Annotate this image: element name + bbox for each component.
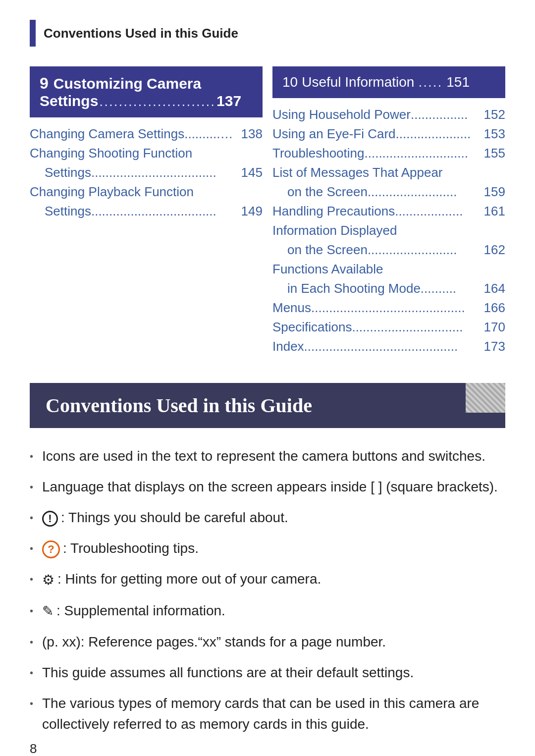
toc-entry-ch10-3-label: Troubleshooting <box>272 146 365 161</box>
toc-dots-ch10-3: ............................. <box>365 146 482 161</box>
bullet-icon-2: • <box>30 480 33 494</box>
toc-entry-ch10-2[interactable]: Using an Eye-Fi Card ...................… <box>272 126 505 142</box>
toc-entry-ch9-3-sub-label: Settings <box>45 204 91 219</box>
breadcrumb-text: Conventions Used in this Guide <box>44 26 238 41</box>
toc-entry-ch10-10[interactable]: Index ..................................… <box>272 339 505 354</box>
toc-dots-ch9-1: ..........… <box>184 126 239 142</box>
toc-entry-ch9-2-sub-label: Settings <box>45 165 91 180</box>
list-item: • ?: Troubleshooting tips. <box>30 538 505 559</box>
toc-entry-ch9-3-sub[interactable]: Settings ...............................… <box>30 204 263 219</box>
chapter10-page: 151 <box>446 74 470 90</box>
toc-entry-ch10-4[interactable]: List of Messages That Appear <box>272 165 505 180</box>
toc-page-ch10-9: 170 <box>482 320 505 335</box>
toc-entry-ch10-7-sub[interactable]: in Each Shooting Mode .......... 164 <box>272 281 505 296</box>
toc-entry-ch10-6-label: Information Displayed <box>272 223 397 238</box>
conventions-bullet-list: • Icons are used in the text to represen… <box>30 446 505 735</box>
toc-page-ch9-3: 149 <box>239 204 263 219</box>
toc-entry-ch10-8-label: Menus <box>272 300 311 316</box>
header-bar-decoration <box>30 20 36 47</box>
toc-entry-ch10-9-label: Specifications <box>272 320 352 335</box>
toc-group-ch10-6: Information Displayed on the Screen ....… <box>272 223 505 258</box>
caution-icon: ! <box>42 511 58 527</box>
bullet-text-3: !: Things you should be careful about. <box>42 507 505 528</box>
toc-page-ch10-10: 173 <box>482 339 505 354</box>
toc-page-ch10-7: 164 <box>482 281 505 296</box>
list-item: • ⚙: Hints for getting more out of your … <box>30 569 505 591</box>
conventions-decoration-inner <box>466 383 505 413</box>
bullet-text-4: ?: Troubleshooting tips. <box>42 538 505 559</box>
chapter9-title2: Settings <box>40 93 98 109</box>
bullet-icon-9: • <box>30 696 33 711</box>
conventions-title: Conventions Used in this Guide <box>46 394 312 417</box>
list-item: • !: Things you should be careful about. <box>30 507 505 528</box>
page-container: Conventions Used in this Guide 9 Customi… <box>0 0 535 756</box>
toc-entry-ch9-2[interactable]: Changing Shooting Function <box>30 146 263 161</box>
bullet-text-6: ✎: Supplemental information. <box>42 600 505 622</box>
bullet-icon-7: • <box>30 635 33 649</box>
chapter10-header: 10 Useful Information ..... 151 <box>272 66 505 98</box>
list-item: • ✎: Supplemental information. <box>30 600 505 622</box>
toc-page-ch10-5: 161 <box>482 204 505 219</box>
toc-group-ch9-3: Changing Playback Function Settings ....… <box>30 184 263 219</box>
toc-dots-ch9-2: ................................... <box>91 165 239 180</box>
toc-entry-ch10-7-sub-label: in Each Shooting Mode <box>287 281 421 296</box>
chapter9-dots: ........................ <box>99 94 215 109</box>
list-item: • The various types of memory cards that… <box>30 693 505 735</box>
toc-dots-ch9-3: ................................... <box>91 204 239 219</box>
troubleshoot-icon: ? <box>42 540 60 558</box>
toc-entry-ch9-2-sub[interactable]: Settings ...............................… <box>30 165 263 180</box>
supplemental-icon: ✎ <box>42 601 54 622</box>
toc-entry-ch9-2-label: Changing Shooting Function <box>30 146 192 161</box>
toc-entry-ch10-7[interactable]: Functions Available <box>272 262 505 277</box>
bullet-text-7: (p. xx): Reference pages.“xx” stands for… <box>42 632 505 652</box>
toc-dots-ch10-10: ........................................… <box>304 339 482 354</box>
toc-section: 9 Customizing Camera Settings ..........… <box>30 66 505 358</box>
chapter9-page: 137 <box>216 93 241 109</box>
toc-entry-ch10-4-sub-label: on the Screen <box>287 184 368 200</box>
toc-entry-ch10-3[interactable]: Troubleshooting ........................… <box>272 146 505 161</box>
toc-page-ch10-6: 162 <box>482 242 505 258</box>
toc-entry-ch10-8[interactable]: Menus ..................................… <box>272 300 505 316</box>
toc-page-ch10-4: 159 <box>482 184 505 200</box>
toc-entry-ch9-3-label: Changing Playback Function <box>30 184 194 200</box>
chapter10-column: 10 Useful Information ..... 151 Using Ho… <box>272 66 505 358</box>
bullet-text-2: Language that displays on the screen app… <box>42 477 505 497</box>
bullet-icon-4: • <box>30 541 33 556</box>
bullet-text-9: The various types of memory cards that c… <box>42 693 505 735</box>
toc-group-ch9-2: Changing Shooting Function Settings ....… <box>30 146 263 180</box>
toc-page-ch10-3: 155 <box>482 146 505 161</box>
bullet-icon-1: • <box>30 449 33 464</box>
chapter9-number: 9 <box>40 74 49 93</box>
bullet-text-5: ⚙: Hints for getting more out of your ca… <box>42 569 505 591</box>
toc-page-ch9-1: 138 <box>239 126 263 142</box>
toc-entry-ch10-6-sub-label: on the Screen <box>287 242 368 258</box>
toc-dots-ch10-7: .......... <box>421 281 482 296</box>
bullet-icon-8: • <box>30 665 33 680</box>
chapter10-title: Useful Information <box>302 74 414 90</box>
list-item: • Language that displays on the screen a… <box>30 477 505 497</box>
toc-group-ch10-7: Functions Available in Each Shooting Mod… <box>272 262 505 296</box>
conventions-section: Conventions Used in this Guide • Icons a… <box>30 383 505 735</box>
toc-group-ch10-4: List of Messages That Appear on the Scre… <box>272 165 505 200</box>
toc-entry-ch10-7-label: Functions Available <box>272 262 383 277</box>
toc-entry-ch10-9[interactable]: Specifications .........................… <box>272 320 505 335</box>
toc-entry-ch10-1[interactable]: Using Household Power ................ 1… <box>272 107 505 122</box>
list-item: • (p. xx): Reference pages.“xx” stands f… <box>30 632 505 652</box>
conventions-header: Conventions Used in this Guide <box>30 383 505 428</box>
toc-dots-ch10-4: ......................... <box>368 184 482 200</box>
chapter9-header: 9 Customizing Camera Settings ..........… <box>30 66 263 117</box>
toc-dots-ch10-8: ........................................… <box>311 300 482 316</box>
toc-entry-ch10-6-sub[interactable]: on the Screen ......................... … <box>272 242 505 258</box>
toc-entry-ch10-6[interactable]: Information Displayed <box>272 223 505 238</box>
toc-page-ch10-8: 166 <box>482 300 505 316</box>
toc-page-ch10-2: 153 <box>482 126 505 142</box>
toc-entry-ch9-3[interactable]: Changing Playback Function <box>30 184 263 200</box>
toc-entry-ch9-1[interactable]: Changing Camera Settings ..........… 138 <box>30 126 263 142</box>
toc-dots-ch10-1: ................ <box>411 107 482 122</box>
list-item: • This guide assumes all functions are a… <box>30 662 505 683</box>
bullet-icon-3: • <box>30 510 33 525</box>
toc-entry-ch10-5[interactable]: Handling Precautions ...................… <box>272 204 505 219</box>
bullet-icon-6: • <box>30 603 33 618</box>
bullet-icon-5: • <box>30 572 33 587</box>
toc-entry-ch10-4-sub[interactable]: on the Screen ......................... … <box>272 184 505 200</box>
